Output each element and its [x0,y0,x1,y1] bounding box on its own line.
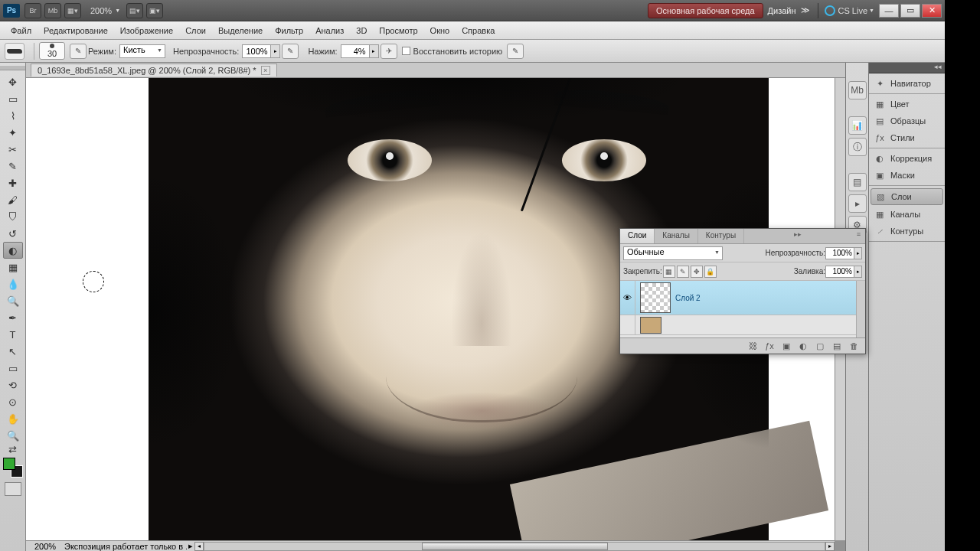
swatches-panel-tab[interactable]: ▤Образцы [869,112,945,129]
workspace-more-button[interactable]: ≫ [801,5,810,15]
swap-colors-button[interactable]: ⇄ [3,444,23,455]
marquee-tool[interactable]: ▭ [3,90,23,107]
menu-3d[interactable]: 3D [350,26,373,35]
tablet-size-button[interactable]: ✎ [507,44,524,59]
eraser-tool[interactable]: ◐ [3,242,23,259]
opacity-slider-button[interactable]: ▸ [271,44,280,58]
healing-brush-tool[interactable]: ✚ [3,174,23,191]
menu-file[interactable]: Файл [5,26,38,35]
workspace-essentials-button[interactable]: Основная рабочая среда [648,3,763,18]
layer-visibility-toggle[interactable] [620,315,635,335]
3d-camera-tool[interactable]: ⊙ [3,393,23,410]
actions-panel-icon[interactable]: ▸ [848,194,867,213]
menu-help[interactable]: Справка [456,26,501,35]
window-minimize-button[interactable]: — [879,4,899,18]
paths-panel-tab[interactable]: ⟋Контуры [869,223,945,240]
layer-blend-mode-select[interactable]: Обычные [623,246,723,260]
airbrush-button[interactable]: ✈ [381,44,397,59]
close-tab-button[interactable]: × [261,66,270,75]
tool-preset-picker[interactable] [5,43,24,60]
quick-select-tool[interactable]: ✦ [3,124,23,141]
menu-edit[interactable]: Редактирование [38,26,114,35]
masks-panel-tab[interactable]: ▣Маски [869,167,945,184]
layers-panel-tab[interactable]: ▧Слои [871,188,943,205]
layer-row-selected[interactable]: 👁 Слой 2 [620,281,865,315]
brush-panel-toggle[interactable]: ✎ [70,44,87,59]
dodge-tool[interactable]: 🔍 [3,292,23,309]
status-zoom[interactable]: 200% [26,542,64,551]
layers-scrollbar[interactable] [856,281,865,337]
layer-thumbnail[interactable] [640,282,671,313]
bridge-button[interactable]: Br [24,3,41,18]
lock-all-button[interactable]: 🔒 [704,266,717,278]
minibridge-button[interactable]: Mb [44,3,61,18]
lock-transparency-button[interactable]: ▦ [663,266,675,278]
move-tool[interactable]: ✥ [3,73,23,90]
3d-rotate-tool[interactable]: ⟲ [3,377,23,393]
foreground-color[interactable] [3,458,15,470]
layers-tab[interactable]: Слои [620,229,655,243]
pen-tool[interactable]: ✒ [3,309,23,326]
new-layer-button[interactable]: ▤ [829,340,844,352]
layer-thumbnail[interactable] [640,317,662,334]
hand-tool[interactable]: ✋ [3,410,23,427]
restore-history-checkbox[interactable] [402,47,410,55]
layer-name[interactable]: Слой 2 [675,294,701,302]
blend-mode-select[interactable]: Кисть [119,44,165,58]
layer-fill-slider-button[interactable]: ▸ [854,266,862,278]
hscroll-right-button[interactable]: ▸ [825,542,835,551]
link-layers-button[interactable]: ⛓ [745,340,760,352]
navigator-panel-tab[interactable]: ✦Навигатор [869,75,945,92]
menu-layer[interactable]: Слои [179,26,212,35]
stamp-tool[interactable]: ⛉ [3,208,23,225]
type-tool[interactable]: T [3,326,23,343]
delete-layer-button[interactable]: 🗑 [846,340,861,352]
opacity-input[interactable]: 100% [242,44,271,58]
zoom-tool[interactable]: 🔍 [3,427,23,444]
collapse-dock-button[interactable]: ◂◂ [869,63,945,73]
panel-collapse-button[interactable]: ▸▸ [789,229,806,243]
styles-panel-tab[interactable]: ƒxСтили [869,129,945,146]
channels-panel-tab[interactable]: ▦Каналы [869,206,945,223]
layer-row[interactable] [620,315,865,335]
quick-mask-button[interactable] [5,482,21,496]
lock-pixels-button[interactable]: ✎ [677,266,689,278]
gradient-tool[interactable]: ▦ [3,259,23,276]
shape-tool[interactable]: ▭ [3,360,23,377]
cslive-button[interactable]: CS Live ▼ [825,5,874,16]
crop-tool[interactable]: ✂ [3,141,23,158]
brush-preset-picker[interactable]: 30 [39,42,65,60]
history-panel-icon[interactable]: ▤ [848,173,867,191]
view-extras-button[interactable]: ▦▾ [64,3,81,18]
color-swatches[interactable] [3,458,23,478]
flow-input[interactable]: 4% [341,44,370,58]
horizontal-scrollbar[interactable] [204,542,825,551]
status-chevron[interactable]: ▸ [187,541,194,551]
menu-image[interactable]: Изображение [114,26,179,35]
blur-tool[interactable]: 💧 [3,276,23,292]
layer-effects-button[interactable]: ƒx [762,340,777,352]
toolbar-grip[interactable] [0,66,25,70]
layer-visibility-toggle[interactable]: 👁 [620,281,635,315]
lock-position-button[interactable]: ✥ [691,266,703,278]
menu-window[interactable]: Окно [424,26,456,35]
window-restore-button[interactable]: ▭ [900,4,920,18]
path-select-tool[interactable]: ↖ [3,343,23,360]
add-mask-button[interactable]: ▣ [779,340,794,352]
channels-tab[interactable]: Каналы [655,229,698,243]
paths-tab[interactable]: Контуры [698,229,744,243]
histogram-panel-icon[interactable]: 📊 [848,116,867,135]
new-group-button[interactable]: ▢ [812,340,828,352]
screen-mode-button[interactable]: ▣▾ [146,3,163,18]
window-close-button[interactable]: ✕ [922,4,942,18]
panel-menu-button[interactable]: ≡ [852,229,865,243]
arrange-docs-button[interactable]: ▤▾ [126,3,143,18]
adjustment-layer-button[interactable]: ◐ [795,340,811,352]
tablet-opacity-button[interactable]: ✎ [282,44,299,59]
workspace-design-button[interactable]: Дизайн [768,6,796,15]
menu-view[interactable]: Просмотр [373,26,423,35]
layers-floating-panel[interactable]: Слои Каналы Контуры ▸▸ ≡ Обычные Непрозр… [619,228,866,354]
lasso-tool[interactable]: ⌇ [3,107,23,124]
zoom-display[interactable]: 200% ▼ [89,6,122,15]
menu-select[interactable]: Выделение [212,26,269,35]
